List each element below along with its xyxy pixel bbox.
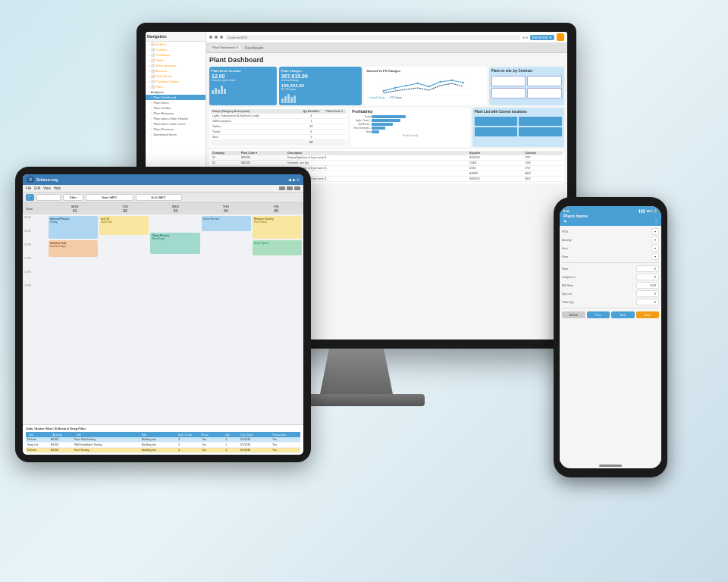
tablet-app-icon: ☰ (27, 177, 34, 183)
browser-icons: ⊕ ⊕ (522, 36, 528, 39)
profit-bar (372, 115, 406, 118)
cal-col-fri: FRI05 (253, 205, 300, 213)
page-title: Plant Dashboard (209, 56, 564, 64)
profitability-title: Profitability (352, 109, 469, 114)
calendar-event[interactable]: Sprint Review (202, 216, 251, 231)
form-row-total-qty: Total Qty 0 (562, 299, 659, 305)
tab-bar: Plant Dashboard ✕ Dashboard (206, 43, 567, 53)
sidebar-item-plant-items[interactable]: Plant Items (146, 100, 206, 105)
profit-row: JCB Excav... (352, 123, 469, 126)
bill-rate-value[interactable]: 0.00 (636, 282, 659, 289)
calendar-event[interactable]: Release Deploy Final Testing (253, 216, 302, 239)
sidebar-item-plant-balances[interactable]: Plant Balances (146, 111, 206, 116)
rate-value[interactable]: 0 (636, 265, 659, 272)
total-qty-value[interactable]: 0 (636, 299, 659, 305)
top-widgets-row: Plant Items Overdue 12.00 Overdue plant … (209, 67, 564, 105)
phone-back[interactable]: ◀ (563, 219, 566, 223)
calendar-event[interactable]: Internal Project Testing (49, 216, 98, 239)
profit-x-label: Profit (Local) (352, 134, 469, 137)
toolbar-date-to[interactable]: End LMPC (136, 194, 182, 201)
tablet-bottom-panel: Jobs / Active Filter | Defects & Snag Fi… (23, 424, 303, 455)
line-chart-svg (366, 74, 484, 95)
sidebar-item-subcontractors[interactable]: ⬜ Subcontractors (146, 63, 206, 68)
sidebar-item-dashboard-items[interactable]: Dashboard Items (146, 132, 206, 137)
plant-list-grid (475, 117, 562, 136)
line-chart-area (366, 74, 484, 95)
sidebar-item-plant-order-lines[interactable]: Plant Items Order Lines (146, 121, 206, 127)
toolbar-filter[interactable]: Filter (63, 194, 83, 201)
toolbar-btn[interactable] (287, 186, 293, 190)
phone-nav: ◀ ⋮ (563, 219, 657, 223)
table-row: S1 0801032 External lights (set of 3) pe… (211, 155, 563, 161)
save-button[interactable]: Save (636, 311, 660, 318)
qty-out-value[interactable]: 0 (636, 290, 659, 297)
overdue-mini-chart (212, 83, 275, 94)
tab-plant-dashboard[interactable]: Plant Dashboard ✕ (209, 45, 241, 51)
sidebar-item-purchase-orders[interactable]: ⬜ Purchase Orders (146, 79, 206, 84)
form-row-activity: Activity ▾ (562, 236, 659, 243)
sidebar-item-account[interactable]: ⬜ Account (146, 68, 206, 74)
grid-cell (491, 88, 526, 99)
cal-day-thu: Sprint Review (202, 216, 251, 423)
svg-point-10 (451, 80, 453, 81)
tablet-topbar: ☰ Solexo.org ◀ ▶ ✕ (23, 174, 303, 185)
table-row: S1 0801032 Generator - per day CLA01 100… (211, 161, 563, 166)
sidebar-item-plant-credits[interactable]: Plant Credits (146, 105, 206, 111)
grid-cell-blue (519, 117, 562, 126)
toolbar-search[interactable]: 🔍 (26, 194, 34, 201)
sidebar-item-plant[interactable]: ⬜ Plant (146, 84, 206, 89)
cal-col-mon: MON01 (51, 205, 99, 213)
user-avatar (557, 33, 564, 41)
url-bar[interactable]: localhost:8321 (225, 35, 520, 40)
calendar-event[interactable]: Subtest Task Internal Charge (49, 240, 98, 257)
form-row-item: Item ▾ (562, 245, 659, 252)
toolbar-date-from[interactable]: Start LMPC (86, 194, 133, 201)
sidebar-item-sales[interactable]: ⬜ Sales (146, 58, 206, 63)
subject-value[interactable]: 0 (636, 274, 659, 280)
cal-day-tue: and 02 Sprint Task (99, 216, 149, 423)
menu-help[interactable]: Help (54, 186, 61, 190)
svg-point-11 (463, 82, 464, 83)
profit-bar (372, 127, 385, 130)
item-dropdown[interactable]: ▾ (651, 245, 659, 252)
profit-bar (372, 123, 393, 126)
internal-vs-po-widget: Internal Vs PO Charges (364, 67, 486, 105)
menu-view[interactable]: View (43, 186, 51, 190)
calendar-event[interactable]: and 02 Sprint Task (99, 216, 149, 235)
calendar-event[interactable]: Close Sprint (253, 240, 302, 255)
sidebar-item-debtors[interactable]: ⬜ Debtors (146, 42, 206, 47)
toolbar-btn[interactable] (294, 186, 300, 190)
toolbar-btn[interactable] (279, 186, 285, 190)
calendar-event[interactable]: Client Review Demo Setup (150, 233, 199, 254)
sidebar-item-plant-dashboard[interactable]: Plant Dashboard (146, 95, 206, 100)
po-dropdown[interactable]: ▾ (651, 228, 659, 235)
sidebar-item-contract[interactable]: ⬜ Contract (146, 47, 206, 52)
form-divider-2 (562, 308, 659, 308)
grid-cell-blue (475, 117, 518, 126)
toolbar-input[interactable] (36, 194, 61, 201)
phone-status-bar: 9:41 ▌▌▌ WiFi 🔋 (563, 209, 657, 213)
table-row: Defects AX322 Floor Slab Testing Buildin… (26, 437, 300, 443)
svg-point-4 (383, 90, 384, 92)
next-button[interactable]: Next (611, 311, 635, 318)
svg-point-5 (394, 87, 396, 89)
delete-button[interactable]: Delete (562, 311, 585, 318)
phone-menu[interactable]: ⋮ (654, 219, 657, 223)
tablet-frame: ☰ Solexo.org ◀ ▶ ✕ File Edit View Help (15, 167, 311, 462)
plant-charges-widget: Plant Charges 367,615.00 Internal charge… (279, 67, 362, 105)
table-row: Trailers 46 (211, 124, 347, 130)
prev-button[interactable]: Prev (587, 311, 610, 318)
sidebar-item-plant-revenue[interactable]: Plant Revenue (146, 127, 206, 132)
menu-file[interactable]: File (26, 186, 31, 190)
sidebar-item-purchases[interactable]: ⬜ Purchases (146, 52, 206, 58)
sidebar-item-order-book[interactable]: ⬜ Order Book (146, 74, 206, 79)
grid-cell (527, 76, 562, 86)
activity-dropdown[interactable]: ▾ (651, 236, 659, 243)
table-row: Lights, Transformers & Extension Leads 4 (211, 114, 347, 119)
cal-col-wed: WED03 (152, 205, 199, 213)
menu-edit[interactable]: Edit (34, 186, 40, 190)
note-dropdown[interactable]: ▾ (651, 253, 659, 260)
grid-cell-blue (475, 127, 518, 136)
user-menu[interactable]: End portal ▼ (530, 35, 554, 40)
sidebar-item-plant-order-header[interactable]: Plant Items Order Header (146, 116, 206, 121)
